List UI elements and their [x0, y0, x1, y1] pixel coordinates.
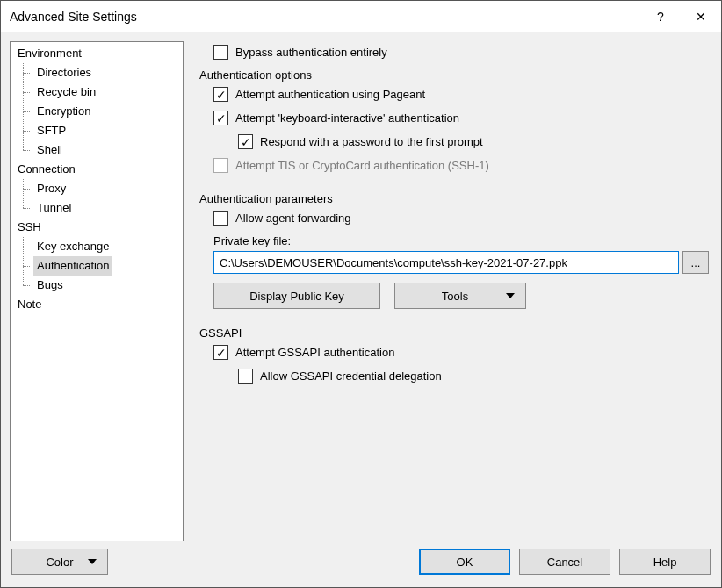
tree-ssh[interactable]: SSH — [14, 218, 183, 237]
color-button[interactable]: Color — [11, 549, 108, 575]
tree-environment[interactable]: Environment — [14, 44, 183, 63]
title-controls: ? ✕ — [640, 1, 721, 32]
help-button[interactable]: Help — [619, 549, 711, 575]
nav-tree[interactable]: Environment Directories Recycle bin Encr… — [10, 41, 184, 541]
tree-encryption[interactable]: Encryption — [23, 102, 183, 121]
allow-fwd-checkbox[interactable] — [213, 211, 228, 226]
bypass-label: Bypass authentication entirely — [235, 46, 387, 59]
tree-sftp[interactable]: SFTP — [23, 121, 183, 140]
pageant-label: Attempt authentication using Pageant — [235, 88, 425, 101]
tis-row: Attempt TIS or CryptoCard authentication… — [213, 158, 709, 173]
tools-button[interactable]: Tools — [394, 283, 526, 309]
help-label: Help — [653, 556, 677, 569]
kbi-checkbox[interactable]: ✓ — [213, 111, 228, 125]
respond-checkbox[interactable]: ✓ — [238, 134, 253, 149]
auth-params-title: Authentication parameters — [199, 192, 709, 205]
bypass-row: Bypass authentication entirely — [213, 45, 709, 60]
tree-proxy[interactable]: Proxy — [23, 179, 183, 198]
dialog-body: Environment Directories Recycle bin Encr… — [1, 32, 721, 541]
pageant-checkbox[interactable]: ✓ — [213, 87, 228, 102]
tis-checkbox — [213, 158, 228, 173]
cancel-label: Cancel — [547, 556, 582, 569]
tree-recycle-bin[interactable]: Recycle bin — [23, 82, 183, 102]
tools-label: Tools — [442, 290, 468, 303]
browse-button[interactable]: ... — [682, 251, 709, 274]
tree-shell[interactable]: Shell — [23, 140, 183, 160]
chevron-down-icon — [88, 559, 97, 564]
display-public-key-button[interactable]: Display Public Key — [213, 283, 380, 309]
display-public-key-label: Display Public Key — [249, 290, 344, 303]
gssapi-deleg-row: Allow GSSAPI credential delegation — [238, 369, 709, 384]
auth-options-title: Authentication options — [199, 68, 709, 82]
bypass-checkbox[interactable] — [213, 45, 228, 60]
key-buttons-row: Display Public Key Tools — [213, 283, 709, 309]
kbi-label: Attempt 'keyboard-interactive' authentic… — [235, 111, 459, 125]
tree-note[interactable]: Note — [14, 295, 183, 314]
help-titlebar-button[interactable]: ? — [640, 1, 681, 32]
gssapi-attempt-row: ✓ Attempt GSSAPI authentication — [213, 345, 709, 360]
private-key-input[interactable] — [213, 251, 679, 274]
pageant-row: ✓ Attempt authentication using Pageant — [213, 87, 709, 102]
color-label: Color — [46, 556, 73, 569]
tree-authentication[interactable]: Authentication — [23, 256, 183, 276]
allow-fwd-label: Allow agent forwarding — [235, 212, 351, 225]
ok-label: OK — [457, 556, 473, 569]
respond-row: ✓ Respond with a password to the first p… — [238, 134, 709, 149]
private-key-row: ... — [213, 251, 709, 274]
gssapi-attempt-checkbox[interactable]: ✓ — [213, 345, 228, 360]
content-panel: Bypass authentication entirely Authentic… — [196, 41, 712, 541]
private-key-label: Private key file: — [213, 234, 709, 247]
tree-bugs[interactable]: Bugs — [23, 276, 183, 295]
close-icon[interactable]: ✕ — [681, 1, 721, 32]
cancel-button[interactable]: Cancel — [519, 549, 610, 575]
window-title: Advanced Site Settings — [10, 10, 137, 24]
tis-label: Attempt TIS or CryptoCard authentication… — [235, 159, 489, 172]
kbi-row: ✓ Attempt 'keyboard-interactive' authent… — [213, 111, 709, 125]
respond-label: Respond with a password to the first pro… — [260, 135, 483, 148]
tree-tunnel[interactable]: Tunnel — [23, 198, 183, 218]
titlebar: Advanced Site Settings ? ✕ — [1, 1, 721, 32]
tree-connection[interactable]: Connection — [14, 160, 183, 179]
gssapi-deleg-checkbox[interactable] — [238, 369, 253, 384]
dialog-window: Advanced Site Settings ? ✕ Environment D… — [0, 0, 722, 588]
tree-directories[interactable]: Directories — [23, 63, 183, 82]
allow-fwd-row: Allow agent forwarding — [213, 211, 709, 226]
gssapi-title: GSSAPI — [199, 326, 709, 340]
footer: Color OK Cancel Help — [1, 541, 721, 587]
tree-key-exchange[interactable]: Key exchange — [23, 237, 183, 256]
gssapi-deleg-label: Allow GSSAPI credential delegation — [260, 369, 442, 383]
chevron-down-icon — [506, 293, 515, 298]
ok-button[interactable]: OK — [419, 549, 510, 575]
gssapi-attempt-label: Attempt GSSAPI authentication — [235, 346, 394, 359]
